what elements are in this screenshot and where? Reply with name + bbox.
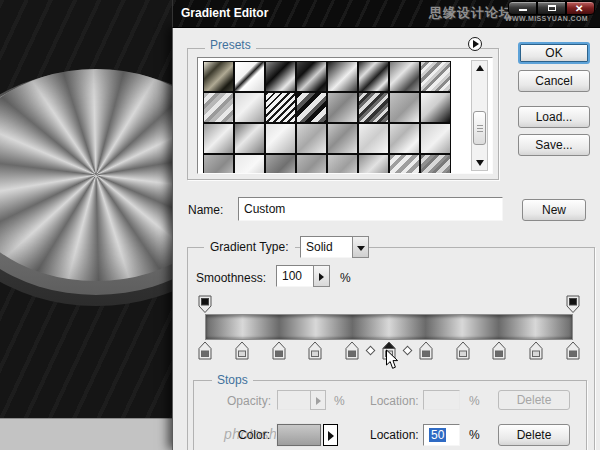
smoothness-input[interactable] xyxy=(276,265,314,287)
opacity-unit: % xyxy=(334,394,345,408)
presets-menu-button[interactable] xyxy=(468,37,482,51)
preset-thumb[interactable] xyxy=(296,61,327,92)
preset-thumb[interactable] xyxy=(389,154,420,173)
preset-thumb[interactable] xyxy=(327,154,358,173)
preset-thumb[interactable] xyxy=(358,123,389,154)
scrollbar-thumb[interactable] xyxy=(473,111,486,145)
color-stop[interactable] xyxy=(529,341,543,360)
opacity-stop[interactable] xyxy=(566,295,580,314)
preset-thumb[interactable] xyxy=(296,123,327,154)
opacity-label: Opacity: xyxy=(227,394,271,408)
color-swatch-menu-button[interactable] xyxy=(323,424,338,446)
opacity-location-input-disabled xyxy=(423,390,460,410)
mouse-cursor-icon xyxy=(385,349,399,370)
opacity-stop[interactable] xyxy=(198,295,212,314)
preset-thumb[interactable] xyxy=(327,61,358,92)
presets-scrollbar[interactable] xyxy=(471,60,488,171)
watermark-url: WWW.MISSYUAN.COM xyxy=(505,15,588,22)
dialog-title: Gradient Editor xyxy=(181,6,268,20)
color-stop[interactable] xyxy=(198,341,212,360)
close-button[interactable]: ✕ xyxy=(566,1,595,15)
minimize-button[interactable] xyxy=(508,1,537,15)
smoothness-unit: % xyxy=(340,271,351,285)
ok-button[interactable]: OK xyxy=(518,42,590,64)
arrow-right-icon xyxy=(328,431,334,441)
metal-disc-face xyxy=(0,69,172,281)
preset-thumb[interactable] xyxy=(234,123,265,154)
new-button[interactable]: New xyxy=(522,199,586,221)
gradient-bar[interactable] xyxy=(205,314,573,340)
maximize-icon xyxy=(548,5,556,11)
preset-thumb[interactable] xyxy=(234,154,265,173)
gradient-type-dropdown-button[interactable] xyxy=(352,236,369,258)
load-button[interactable]: Load... xyxy=(518,106,590,128)
preset-thumb[interactable] xyxy=(296,154,327,173)
delete-color-button[interactable]: Delete xyxy=(498,424,570,446)
scroll-down-icon[interactable] xyxy=(476,160,484,166)
cancel-button[interactable]: Cancel xyxy=(518,70,590,92)
preset-thumb[interactable] xyxy=(420,92,451,123)
color-label: Color: xyxy=(238,428,270,442)
preset-thumb[interactable] xyxy=(203,92,234,123)
presets-label: Presets xyxy=(205,38,256,52)
color-swatch[interactable] xyxy=(277,424,321,446)
opacity-input-disabled xyxy=(277,390,311,410)
window-controls: ✕ xyxy=(508,1,595,15)
preset-thumb[interactable] xyxy=(389,123,420,154)
scrollbar-grip-icon xyxy=(477,125,483,133)
scroll-up-icon[interactable] xyxy=(476,65,484,71)
preset-thumb[interactable] xyxy=(265,92,296,123)
preset-thumb[interactable] xyxy=(327,92,358,123)
preset-grid xyxy=(203,61,453,173)
color-location-label: Location: xyxy=(370,428,419,442)
preset-thumb[interactable] xyxy=(203,154,234,173)
color-stop[interactable] xyxy=(235,341,249,360)
preset-thumb[interactable] xyxy=(203,61,234,92)
arrow-right-icon xyxy=(316,397,321,405)
flyout-arrow-icon xyxy=(473,40,479,48)
color-stop[interactable] xyxy=(345,341,359,360)
color-stop[interactable] xyxy=(308,341,322,360)
color-location-unit: % xyxy=(469,428,480,442)
opacity-location-unit: % xyxy=(469,394,480,408)
name-input[interactable] xyxy=(238,197,503,221)
color-stop[interactable] xyxy=(456,341,470,360)
color-location-input[interactable]: 50 xyxy=(423,424,460,446)
smoothness-spinner-button[interactable] xyxy=(313,265,330,287)
taskbar-strip xyxy=(0,418,172,450)
preset-thumb[interactable] xyxy=(327,123,358,154)
stops-label: Stops xyxy=(212,373,253,387)
preset-thumb[interactable] xyxy=(358,61,389,92)
gradient-type-select[interactable]: Solid xyxy=(300,236,353,258)
save-button[interactable]: Save... xyxy=(518,134,590,156)
preset-thumb[interactable] xyxy=(296,92,327,123)
gradient-type-label: Gradient Type: xyxy=(204,240,295,254)
color-stop[interactable] xyxy=(419,341,433,360)
preset-thumb[interactable] xyxy=(358,154,389,173)
preset-thumb[interactable] xyxy=(358,92,389,123)
preset-thumb[interactable] xyxy=(420,61,451,92)
name-label: Name: xyxy=(188,203,223,217)
opacity-location-label: Location: xyxy=(370,394,419,408)
preset-thumb[interactable] xyxy=(420,123,451,154)
preset-thumb[interactable] xyxy=(265,61,296,92)
preset-thumb[interactable] xyxy=(420,154,451,173)
preset-thumb[interactable] xyxy=(234,92,265,123)
color-stop[interactable] xyxy=(272,341,286,360)
arrow-right-icon xyxy=(319,273,324,281)
watermark-chinese: 思缘设计论坛 xyxy=(429,4,513,22)
selected-location-value: 50 xyxy=(429,428,446,442)
preset-thumb[interactable] xyxy=(234,61,265,92)
preset-thumb[interactable] xyxy=(265,154,296,173)
canvas-background xyxy=(0,0,172,450)
smoothness-label: Smoothness: xyxy=(196,271,266,285)
preset-thumb[interactable] xyxy=(203,123,234,154)
color-stop[interactable] xyxy=(492,341,506,360)
preset-thumb[interactable] xyxy=(389,92,420,123)
preset-thumb[interactable] xyxy=(389,61,420,92)
color-stop[interactable] xyxy=(566,341,580,360)
chevron-down-icon xyxy=(357,246,365,251)
maximize-button[interactable] xyxy=(537,1,566,15)
preset-thumb[interactable] xyxy=(265,123,296,154)
opacity-spinner-disabled xyxy=(310,390,326,410)
